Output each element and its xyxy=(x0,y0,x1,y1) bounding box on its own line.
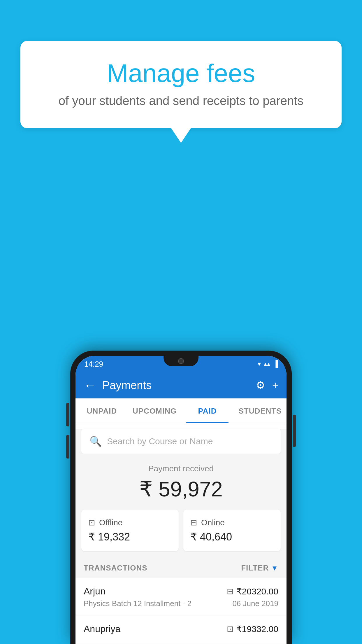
transaction-amount: ₹20320.00 xyxy=(236,586,278,596)
transaction-amount-2: ₹19332.00 xyxy=(236,624,278,634)
filter-icon: ▼ xyxy=(271,564,278,572)
tab-paid[interactable]: PAID xyxy=(181,398,234,423)
speech-bubble-title: Manage fees xyxy=(44,58,318,88)
transaction-name: Arjun xyxy=(84,586,106,597)
app-header: ← Payments ⚙ + xyxy=(75,372,287,398)
signal-icon: ▴▴ xyxy=(264,360,270,368)
speech-bubble: Manage fees of your students and send re… xyxy=(20,41,342,128)
status-bar: 14:29 ▾ ▴▴ ▐ xyxy=(75,356,287,372)
phone-screen: 14:29 ▾ ▴▴ ▐ ← Payments ⚙ + xyxy=(75,356,287,644)
transaction-top: Arjun ⊟ ₹20320.00 xyxy=(84,586,278,597)
transaction-top-2: Anupriya ⊡ ₹19332.00 xyxy=(84,624,278,634)
transaction-date: 06 June 2019 xyxy=(232,599,278,608)
search-icon: 🔍 xyxy=(89,435,102,447)
speech-bubble-container: Manage fees of your students and send re… xyxy=(20,41,342,128)
tabs-bar: UNPAID UPCOMING PAID STUDENTS xyxy=(75,398,287,423)
battery-icon: ▐ xyxy=(273,360,278,368)
notch xyxy=(164,356,198,366)
transactions-header: TRANSACTIONS FILTER ▼ xyxy=(75,558,287,578)
offline-label: Offline xyxy=(99,518,122,527)
header-icons: ⚙ + xyxy=(256,379,278,391)
offline-card-top: ⊡ Offline xyxy=(88,518,172,527)
app-content: 🔍 Search by Course or Name Payment recei… xyxy=(75,429,287,644)
offline-card: ⊡ Offline ₹ 19,332 xyxy=(81,510,179,551)
online-amount: ₹ 40,640 xyxy=(190,531,274,543)
transaction-row[interactable]: Arjun ⊟ ₹20320.00 Physics Batch 12 Insta… xyxy=(75,578,287,615)
header-title: Payments xyxy=(102,379,250,392)
transaction-name-2: Anupriya xyxy=(84,624,120,634)
search-bar[interactable]: 🔍 Search by Course or Name xyxy=(81,429,281,454)
filter-button[interactable]: FILTER ▼ xyxy=(241,564,278,573)
transaction-payment-icon: ⊟ xyxy=(227,587,233,596)
filter-text: FILTER xyxy=(241,564,269,573)
transaction-row[interactable]: Anupriya ⊡ ₹19332.00 xyxy=(75,615,287,644)
transaction-amount-wrap-2: ⊡ ₹19332.00 xyxy=(227,624,278,634)
transaction-course: Physics Batch 12 Installment - 2 xyxy=(84,599,191,608)
power-button xyxy=(293,415,296,447)
phone-frame: 14:29 ▾ ▴▴ ▐ ← Payments ⚙ + xyxy=(70,351,292,644)
payment-received-amount: ₹ 59,972 xyxy=(75,477,287,501)
online-card-top: ⊟ Online xyxy=(190,518,274,527)
online-card: ⊟ Online ₹ 40,640 xyxy=(183,510,281,551)
transaction-amount-wrap: ⊟ ₹20320.00 xyxy=(227,586,278,596)
tab-upcoming[interactable]: UPCOMING xyxy=(128,398,181,423)
offline-icon: ⊡ xyxy=(88,518,95,527)
add-button[interactable]: + xyxy=(272,379,278,391)
speech-bubble-subtitle: of your students and send receipts to pa… xyxy=(44,94,318,108)
transaction-bottom: Physics Batch 12 Installment - 2 06 June… xyxy=(84,599,278,608)
payment-cards: ⊡ Offline ₹ 19,332 ⊟ Online ₹ 40,640 xyxy=(81,510,281,551)
payment-received-section: Payment received ₹ 59,972 xyxy=(75,454,287,510)
settings-button[interactable]: ⚙ xyxy=(256,379,265,391)
transactions-label: TRANSACTIONS xyxy=(84,564,147,573)
online-icon: ⊟ xyxy=(190,518,197,527)
transaction-payment-icon-2: ⊡ xyxy=(227,624,233,634)
volume-down-button xyxy=(66,435,69,459)
payment-received-label: Payment received xyxy=(75,464,287,473)
search-placeholder: Search by Course or Name xyxy=(107,436,213,446)
back-button[interactable]: ← xyxy=(84,379,96,392)
status-icons: ▾ ▴▴ ▐ xyxy=(258,360,278,368)
front-camera xyxy=(178,358,184,364)
tab-students[interactable]: STUDENTS xyxy=(234,398,287,423)
volume-up-button xyxy=(66,403,69,426)
wifi-icon: ▾ xyxy=(258,360,261,368)
online-label: Online xyxy=(201,518,225,527)
tab-unpaid[interactable]: UNPAID xyxy=(75,398,128,423)
status-time: 14:29 xyxy=(84,360,103,369)
offline-amount: ₹ 19,332 xyxy=(88,531,172,543)
